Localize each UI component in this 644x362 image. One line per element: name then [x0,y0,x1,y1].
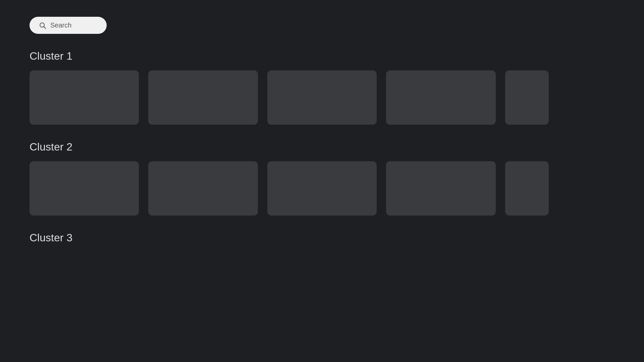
cluster-1-card-1[interactable] [30,70,139,125]
cluster-2-card-4[interactable] [386,161,495,216]
search-bar[interactable]: Search [30,17,107,34]
cluster-2-card-2[interactable] [148,161,258,216]
search-placeholder: Search [50,21,71,29]
cluster-2-card-5[interactable] [505,161,549,216]
cluster-2-label: Cluster 2 [30,141,614,153]
cluster-1-card-5[interactable] [505,70,549,125]
svg-line-1 [44,26,46,28]
cluster-1-label: Cluster 1 [30,50,614,62]
cluster-2-section: Cluster 2 [30,141,614,216]
search-icon [39,22,46,29]
page-container: Search Cluster 1 Cluster 2 Cluster 3 [0,0,644,274]
cluster-1-card-4[interactable] [386,70,495,125]
cluster-1-section: Cluster 1 [30,50,614,125]
cluster-2-card-1[interactable] [30,161,139,216]
cluster-2-row [30,161,614,216]
cluster-1-card-2[interactable] [148,70,258,125]
cluster-1-card-3[interactable] [267,70,377,125]
cluster-3-section: Cluster 3 [30,232,614,244]
cluster-1-row [30,70,614,125]
cluster-2-card-3[interactable] [267,161,377,216]
cluster-3-label: Cluster 3 [30,232,614,244]
